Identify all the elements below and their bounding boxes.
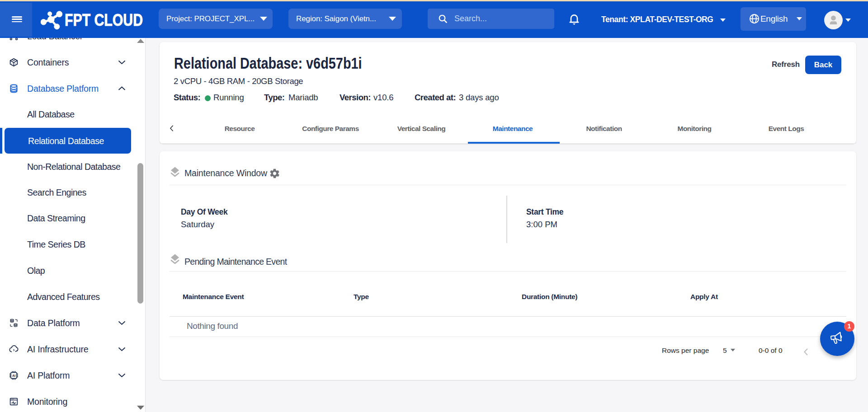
svg-text:AI: AI — [12, 374, 15, 378]
svg-text:FPT CLOUD: FPT CLOUD — [65, 11, 143, 29]
